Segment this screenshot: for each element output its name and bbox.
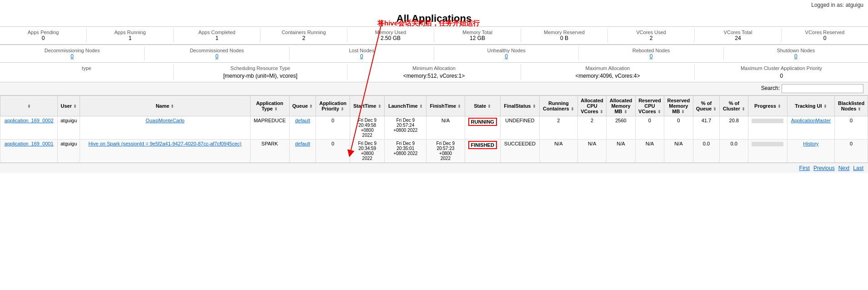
cell-blacklisted-1: 0 [835,116,868,140]
cell-user-1: atguigu [58,116,80,140]
bottom-bar: First Previous Next Last [0,163,868,173]
cell-blacklisted-2: 0 [835,140,868,163]
th-final-status[interactable]: FinalStatus ⇕ [500,96,539,116]
cell-finalstatus-2: SUCCEEDED [500,140,539,163]
scheduler-section: type Scheduling Resource Type Minimum Al… [0,63,868,82]
cell-tracking-1[interactable]: ApplicationMaster [787,116,834,140]
stat-shutdown-nodes: Shutdown Nodes 0 [724,47,868,60]
table-header-row: ⇕ User ⇕ Name ⇕ ApplicationType ⇕ Queue … [0,96,868,116]
stat-decommissioned-nodes: Decommissioned Nodes 0 [145,47,289,60]
cell-name-1[interactable]: QuasiMonteCarlo [80,116,250,140]
search-bar: Search: [0,82,868,95]
stat-apps-pending: Apps Pending 0 [0,29,87,42]
th-allocated-cpu[interactable]: AllocatedCPUVCores ⇕ [577,96,606,116]
sched-min-alloc-value: <memory:512, vCores:1> [347,72,521,80]
cell-alloc-cpu-1: 2 [577,116,606,140]
th-app-priority[interactable]: ApplicationPriority ⇕ [316,96,350,116]
cell-queue-1[interactable]: default [289,116,316,140]
cell-alloc-cpu-2: N/A [577,140,606,163]
sched-max-alloc-label: Maximum Allocation [521,65,695,72]
cell-priority-1: 0 [316,116,350,140]
stat-memory-total: Memory Total 12 GB [434,29,521,42]
th-progress[interactable]: Progress ⇕ [748,96,788,116]
th-app-type[interactable]: ApplicationType ⇕ [250,96,289,116]
cell-finalstatus-1: UNDEFINED [500,116,539,140]
sched-resource-type-label: Scheduling Resource Type [174,65,347,72]
stat-memory-used: Memory Used 2.50 GB [347,29,434,42]
stats-section-2: Decommissioning Nodes 0 Decommissioned N… [0,45,868,63]
cell-alloc-mem-2: N/A [607,140,635,163]
th-pct-queue[interactable]: % ofQueue ⇕ [693,96,720,116]
cell-starttime-2: Fri Dec 9 20:34:59 +0800 2022 [350,140,384,163]
logged-in-label: Logged in as: atguigu [811,2,863,8]
stats-section-1: Apps Pending 0 Apps Running 1 Apps Compl… [0,26,868,45]
th-name[interactable]: Name ⇕ [80,96,250,116]
th-reserved-cpu[interactable]: ReservedCPUVCores ⇕ [635,96,664,116]
cell-res-cpu-2: N/A [635,140,664,163]
table-row: application_169_0001 atguigu Hive on Spa… [0,140,868,163]
cell-alloc-mem-1: 2560 [607,116,635,140]
scheduler-values-row: [memory-mb (unit=Mi), vcores] <memory:51… [0,72,868,80]
stat-vcores-total: VCores Total 24 [695,29,782,42]
last-link[interactable]: Last [853,165,863,171]
cell-pct-queue-1: 41.7 [693,116,720,140]
sched-type-value [0,72,174,80]
cell-finishtime-2: Fri Dec 9 20:57:23 +0800 2022 [426,140,465,163]
first-link[interactable]: First [799,165,810,171]
cell-apptype-1: MAPREDUCE [250,116,289,140]
table-row: application_169_0002 atguigu QuasiMonteC… [0,116,868,140]
cell-queue-2[interactable]: default [289,140,316,163]
th-running-containers[interactable]: RunningContainers ⇕ [539,96,577,116]
sched-max-priority-value: 0 [695,72,868,80]
cell-pct-cluster-1: 20.8 [720,116,748,140]
cell-res-cpu-1: 0 [635,116,664,140]
cell-containers-2: N/A [539,140,577,163]
th-state[interactable]: State ⇕ [465,96,500,116]
next-link[interactable]: Next [838,165,850,171]
cell-launchtime-2: Fri Dec 9 20:35:01 +0800 2022 [385,140,426,163]
stats-row-2: Decommissioning Nodes 0 Decommissioned N… [0,47,868,60]
cell-launchtime-1: Fri Dec 9 20:57:24 +0800 2022 [385,116,426,140]
stat-apps-completed: Apps Completed 1 [174,29,261,42]
cell-pct-queue-2: 0.0 [693,140,720,163]
th-id[interactable]: ⇕ [0,96,58,116]
th-queue[interactable]: Queue ⇕ [289,96,316,116]
th-start-time[interactable]: StartTime ⇕ [350,96,384,116]
cell-id-2[interactable]: application_169_0001 [0,140,58,163]
cell-name-2[interactable]: Hive on Spark (sessionId = 9e5f2a41-9427… [80,140,250,163]
th-user[interactable]: User ⇕ [58,96,80,116]
progress-bar-1 [752,119,783,123]
stat-apps-running: Apps Running 1 [87,29,174,42]
cell-id-1[interactable]: application_169_0002 [0,116,58,140]
cell-progress-2 [748,140,788,163]
sched-max-priority-label: Maximum Cluster Application Priority [695,65,868,72]
applications-table: ⇕ User ⇕ Name ⇕ ApplicationType ⇕ Queue … [0,95,868,163]
cell-apptype-2: SPARK [250,140,289,163]
th-reserved-mem[interactable]: ReservedMemoryMB ⇕ [664,96,693,116]
th-tracking-ui[interactable]: Tracking UI ⇕ [787,96,834,116]
cell-res-mem-2: N/A [664,140,693,163]
scheduler-labels-row: type Scheduling Resource Type Minimum Al… [0,65,868,72]
th-allocated-mem[interactable]: AllocatedMemoryMB ⇕ [607,96,635,116]
sched-resource-type-value: [memory-mb (unit=Mi), vcores] [174,72,347,80]
progress-bar-2 [752,142,783,146]
th-finish-time[interactable]: FinishTime ⇕ [426,96,465,116]
th-pct-cluster[interactable]: % ofCluster ⇕ [720,96,748,116]
sched-max-alloc-value: <memory:4096, vCores:4> [521,72,695,80]
stat-memory-reserved: Memory Reserved 0 B [521,29,608,42]
stat-unhealthy-nodes: Unhealthy Nodes 0 [434,47,579,60]
previous-link[interactable]: Previous [813,165,835,171]
stat-vcores-used: VCores Used 2 [608,29,695,42]
cell-progress-1 [748,116,788,140]
cell-tracking-2[interactable]: History [787,140,834,163]
cell-containers-1: 2 [539,116,577,140]
cell-finishtime-1: N/A [426,116,465,140]
th-blacklisted[interactable]: BlacklistedNodes ⇕ [835,96,868,116]
stat-containers-running: Containers Running 2 [261,29,347,42]
search-input[interactable] [782,84,863,93]
cell-user-2: atguigu [58,140,80,163]
sched-type-label: type [0,65,174,72]
th-launch-time[interactable]: LaunchTime ⇕ [385,96,426,116]
search-label: Search: [761,84,780,93]
stat-vcores-reserved: VCores Reserved 0 [782,29,868,42]
